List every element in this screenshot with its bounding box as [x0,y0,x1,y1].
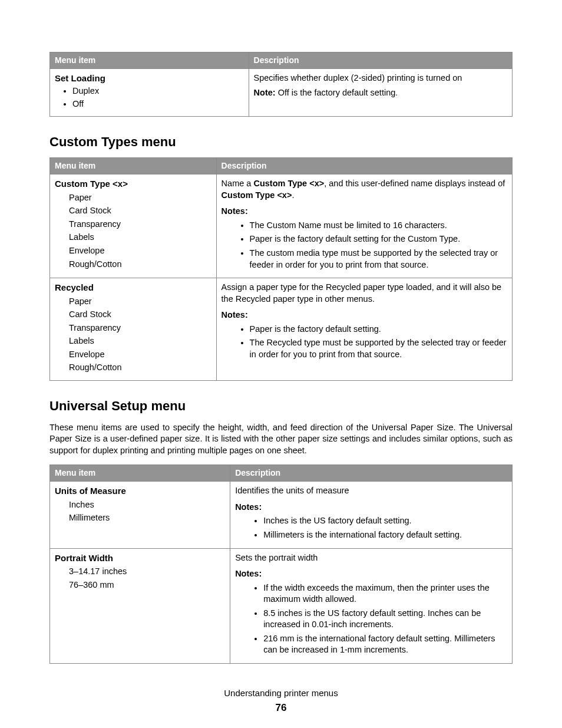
option-list: 3–14.17 inches 76–360 mm [55,566,225,591]
list-item: The Recycled type must be supported by t… [250,337,507,360]
list-item: 76–360 mm [69,579,225,591]
table-row: Recycled Paper Card Stock Transparency L… [50,278,513,381]
page-number: 76 [49,701,513,715]
option-list: Paper Card Stock Transparency Labels Env… [55,296,211,374]
list-item: The custom media type must be supported … [250,248,507,271]
col-menu-item: Menu item [50,52,249,69]
heading-custom-types: Custom Types menu [49,133,513,151]
note-line: Note: Off is the factory default setting… [254,87,507,99]
list-item: Envelope [69,245,211,257]
list-item: Millimeters is the international factory… [263,529,507,541]
list-item: If the width exceeds the maximum, then t… [263,582,507,605]
menu-item-title: Portrait Width [55,553,113,563]
list-item: Rough/Cotton [69,259,211,271]
list-item: Labels [69,335,211,347]
list-item: Paper [69,296,211,308]
notes-label: Notes: [222,206,507,218]
notes-list: Inches is the US factory default setting… [235,515,507,541]
description-text: Sets the portrait width [235,552,507,564]
list-item: 216 mm is the international factory defa… [263,633,507,656]
option-list: Duplex Off [55,85,244,110]
list-item: Transparency [69,322,211,334]
col-description: Description [230,465,513,482]
list-item: Off [72,98,244,110]
col-menu-item: Menu item [50,158,217,174]
description-text: Assign a paper type for the Recycled pap… [222,282,507,305]
description-text: Name a Custom Type <x>, and this user-de… [222,178,507,201]
list-item: Card Stock [69,309,211,321]
notes-label: Notes: [235,502,507,513]
menu-item-title: Set Loading [55,73,105,83]
list-item: Millimeters [69,512,225,524]
table-row: Units of Measure Inches Millimeters Iden… [50,482,513,548]
list-item: Paper [69,192,211,204]
notes-list: Paper is the factory default setting. Th… [222,324,507,361]
set-loading-table: Menu item Description Set Loading Duplex… [49,52,513,117]
menu-item-title: Units of Measure [55,486,126,496]
list-item: Inches is the US factory default setting… [263,515,507,527]
menu-item-title: Recycled [55,282,94,292]
list-item: Rough/Cotton [69,362,211,374]
col-menu-item: Menu item [50,465,230,482]
menu-item-title: Custom Type <x> [55,179,128,189]
list-item: Inches [69,499,225,511]
table-row: Set Loading Duplex Off Specifies whether… [50,68,513,116]
custom-types-table: Menu item Description Custom Type <x> Pa… [49,157,513,381]
col-description: Description [249,52,512,69]
universal-intro: These menu items are used to specify the… [49,422,513,457]
list-item: Transparency [69,219,211,230]
list-item: 3–14.17 inches [69,566,225,578]
page-footer: Understanding printer menus 76 [49,687,513,715]
heading-universal-setup: Universal Setup menu [49,397,513,415]
table-row: Portrait Width 3–14.17 inches 76–360 mm … [50,548,513,664]
list-item: The Custom Name must be limited to 16 ch… [250,220,507,232]
col-description: Description [216,158,512,174]
list-item: Envelope [69,349,211,361]
list-item: Paper is the factory default setting. [250,324,507,335]
option-list: Inches Millimeters [55,499,225,524]
footer-text: Understanding printer menus [49,687,513,699]
option-list: Paper Card Stock Transparency Labels Env… [55,192,211,270]
notes-list: The Custom Name must be limited to 16 ch… [222,220,507,271]
list-item: Card Stock [69,205,211,217]
list-item: Labels [69,232,211,243]
description-text: Specifies whether duplex (2-sided) print… [254,73,507,84]
list-item: Duplex [72,85,244,97]
description-text: Identifies the units of measure [235,485,507,497]
notes-label: Notes: [235,568,507,580]
list-item: Paper is the factory default setting for… [250,233,507,245]
notes-list: If the width exceeds the maximum, then t… [235,582,507,656]
universal-setup-table: Menu item Description Units of Measure I… [49,465,513,664]
list-item: 8.5 inches is the US factory default set… [263,608,507,631]
table-row: Custom Type <x> Paper Card Stock Transpa… [50,174,513,278]
notes-label: Notes: [222,309,507,321]
